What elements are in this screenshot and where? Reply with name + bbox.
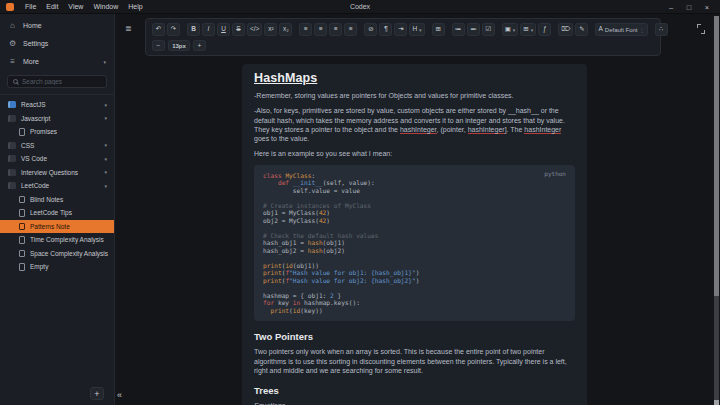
undo-button[interactable]: ↶: [152, 23, 165, 36]
page-title[interactable]: HashMaps: [254, 71, 575, 85]
sidebar-item-blind-notes[interactable]: Blind Notes: [0, 193, 114, 207]
window-title: Codex: [350, 3, 370, 10]
sidebar-item-settings[interactable]: ⚙ Settings: [0, 37, 114, 50]
sidebar-item-css[interactable]: CSS▾: [0, 139, 114, 153]
insert-image-button[interactable]: ▣▾: [502, 23, 519, 36]
chevron-down-icon[interactable]: ▾: [104, 115, 107, 121]
code-block[interactable]: python class MyClass: def __init__(self,…: [254, 165, 575, 322]
search-input[interactable]: [22, 78, 106, 85]
page-icon: [19, 128, 25, 136]
code-content: class MyClass: def __init__(self, value)…: [263, 172, 566, 315]
sidebar-item-more[interactable]: ≡ More ▾: [0, 55, 114, 68]
insert-table-button[interactable]: ⊞▾: [520, 23, 536, 36]
align-center-button[interactable]: ≡: [314, 23, 327, 36]
heading-button[interactable]: H▾: [409, 23, 424, 36]
editor-panel[interactable]: HashMaps -Remember, storing values are p…: [242, 64, 587, 405]
heading-icon: H: [412, 26, 417, 33]
new-page-button[interactable]: +: [90, 387, 104, 400]
sidebar-item-label: Settings: [23, 40, 48, 47]
math-formula-button[interactable]: ƒ: [538, 23, 551, 36]
subscript-button[interactable]: x₂: [279, 23, 292, 36]
window-close-button[interactable]: ×: [698, 3, 716, 12]
scrollbar[interactable]: [714, 16, 719, 405]
sidebar-item-leetcode[interactable]: LeetCode▾: [0, 179, 114, 193]
sidebar-item-time-complexity-analysis[interactable]: Time Complexity Analysis: [0, 233, 114, 247]
fullscreen-icon[interactable]: [697, 24, 707, 34]
subscript-icon: x₂: [283, 26, 289, 33]
redo-button[interactable]: ↷: [167, 23, 180, 36]
menu-help[interactable]: Help: [123, 3, 147, 10]
numbered-list-icon: ≕: [470, 26, 477, 33]
block-indent-button[interactable]: ⇥: [394, 23, 407, 36]
bulleted-list-button[interactable]: ≔: [452, 23, 465, 36]
todo-list-button[interactable]: ☑: [482, 23, 495, 36]
page-icon: [19, 223, 25, 231]
sidebar-item-interview-questions[interactable]: Interview Questions▾: [0, 166, 114, 180]
equations-label[interactable]: Equations: [254, 401, 575, 405]
notebook-icon: [8, 101, 16, 108]
search-box[interactable]: [7, 75, 107, 88]
sidebar-item-empty[interactable]: Empty: [0, 260, 114, 274]
menu-view[interactable]: View: [63, 3, 88, 10]
remove-format-icon: ⊘: [368, 26, 373, 33]
align-justify-button[interactable]: ≡: [344, 23, 357, 36]
sidebar-collapse-button[interactable]: «: [117, 390, 122, 400]
sidebar-item-space-complexity-analysis[interactable]: Space Complexity Analysis: [0, 247, 114, 261]
sidebar-item-patterns-note[interactable]: Patterns Note: [0, 220, 114, 234]
font-size-decrease-button[interactable]: −: [152, 40, 165, 51]
window-maximize-button[interactable]: □: [680, 3, 698, 12]
sidebar-item-leetcode-tips[interactable]: LeetCode Tips: [0, 206, 114, 220]
bulleted-list-icon: ≔: [455, 26, 462, 33]
bold-button[interactable]: B: [187, 23, 200, 36]
chevron-down-icon: ▾: [419, 27, 422, 33]
underline-button[interactable]: U: [217, 23, 230, 36]
page-icon: [19, 196, 25, 204]
numbered-list-button[interactable]: ≕: [467, 23, 480, 36]
sidebar-item-promises[interactable]: Promises: [0, 125, 114, 139]
font-selector-icon: A: [598, 26, 602, 33]
sidebar-item-reactjs[interactable]: ReactJS▾: [0, 98, 114, 112]
toc-toggle-icon[interactable]: ≣: [125, 24, 132, 33]
paragraph[interactable]: -Also, for keys, primitives are stored b…: [254, 106, 575, 143]
font-size-value[interactable]: 13px: [168, 40, 190, 51]
inline-code-button[interactable]: </>: [247, 23, 262, 36]
paragraph[interactable]: -Remember, storing values are pointers f…: [254, 91, 575, 100]
font-size-increase-button[interactable]: +: [193, 40, 206, 51]
strikethrough-button[interactable]: S: [232, 23, 245, 36]
italic-icon: I: [208, 26, 210, 33]
remove-format-button[interactable]: ⊘: [364, 23, 377, 36]
color-palette-button[interactable]: ∴: [655, 23, 668, 36]
todo-list-icon: ☑: [485, 26, 491, 33]
eraser-button[interactable]: ⌦: [558, 23, 573, 36]
chevron-down-icon[interactable]: ▾: [104, 156, 107, 162]
insert-block-button[interactable]: ⊞: [432, 23, 445, 36]
chevron-down-icon[interactable]: ▾: [104, 183, 107, 189]
code-language-label: python: [544, 170, 566, 178]
menu-file[interactable]: File: [20, 3, 41, 10]
scrollbar-thumb[interactable]: [714, 16, 719, 296]
paragraph-button[interactable]: ¶: [379, 23, 392, 36]
sidebar-item-vs-code[interactable]: VS Code▾: [0, 152, 114, 166]
sidebar-item-home[interactable]: ⌂ Home: [0, 19, 114, 32]
menu-window[interactable]: Window: [88, 3, 123, 10]
font-selector-button[interactable]: ADefault Font⋮: [595, 23, 647, 36]
section-heading-trees[interactable]: Trees: [254, 385, 575, 396]
align-left-button[interactable]: ≡: [299, 23, 312, 36]
highlight-pen-button[interactable]: ✎: [575, 23, 588, 36]
chevron-down-icon[interactable]: ▾: [104, 102, 107, 108]
paragraph[interactable]: Two pointers only work when an array is …: [254, 347, 575, 375]
page-tree: ReactJS▾Javascript▾PromisesCSS▾VS Code▾I…: [0, 98, 114, 274]
superscript-icon: x²: [268, 26, 273, 33]
notebook-icon: [8, 115, 16, 122]
superscript-button[interactable]: x²: [264, 23, 277, 36]
menu-edit[interactable]: Edit: [41, 3, 63, 10]
italic-button[interactable]: I: [202, 23, 215, 36]
paragraph[interactable]: Here is an example so you see what I mea…: [254, 149, 575, 158]
chevron-down-icon[interactable]: ▾: [104, 142, 107, 148]
section-heading-two-pointers[interactable]: Two Pointers: [254, 331, 575, 342]
chevron-down-icon[interactable]: ▾: [104, 169, 107, 175]
chevron-down-icon[interactable]: ▾: [103, 59, 106, 65]
sidebar-item-javascript[interactable]: Javascript▾: [0, 112, 114, 126]
align-right-button[interactable]: ≡: [329, 23, 342, 36]
window-minimize-button[interactable]: –: [662, 3, 680, 12]
